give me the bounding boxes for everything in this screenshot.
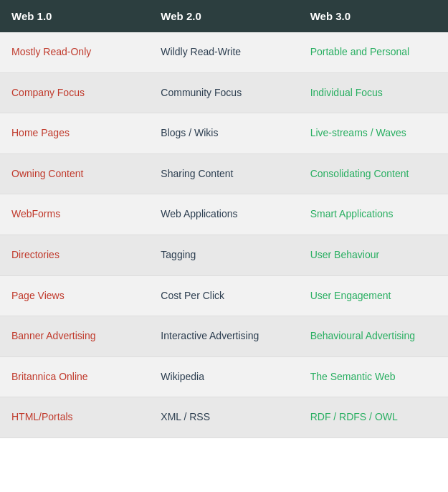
cell-web2: Community Focus: [149, 73, 298, 113]
header-web1: Web 1.0: [0, 0, 149, 32]
cell-web2: Cost Per Click: [149, 276, 298, 316]
table-row: Page ViewsCost Per ClickUser Engagement: [0, 276, 448, 317]
cell-web3: The Semantic Web: [299, 357, 448, 397]
cell-web3: Consolidating Content: [299, 154, 448, 194]
cell-web3: Smart Applications: [299, 194, 448, 235]
cell-web3: User Behaviour: [299, 235, 448, 275]
table-row: WebFormsWeb ApplicationsSmart Applicatio…: [0, 194, 448, 235]
cell-web1: WebForms: [0, 194, 149, 235]
table-row: DirectoriesTaggingUser Behaviour: [0, 235, 448, 276]
cell-web3: Behavioural Advertising: [299, 316, 448, 356]
cell-web1: Britannica Online: [0, 357, 149, 397]
table-row: Company FocusCommunity FocusIndividual F…: [0, 73, 448, 114]
cell-web1: Banner Advertising: [0, 316, 149, 356]
cell-web1: Owning Content: [0, 154, 149, 194]
cell-web2: Sharing Content: [149, 154, 298, 194]
cell-web1: Home Pages: [0, 113, 149, 153]
table-body: Mostly Read-OnlyWildly Read-WritePortabl…: [0, 32, 448, 438]
cell-web3: Live-streams / Waves: [299, 113, 448, 153]
comparison-table: Web 1.0 Web 2.0 Web 3.0 Mostly Read-Only…: [0, 0, 448, 438]
cell-web2: Interactive Advertising: [149, 316, 298, 356]
cell-web3: RDF / RDFS / OWL: [299, 397, 448, 437]
table-header: Web 1.0 Web 2.0 Web 3.0: [0, 0, 448, 32]
cell-web3: Individual Focus: [299, 73, 448, 113]
table-row: Britannica OnlineWikipediaThe Semantic W…: [0, 357, 448, 398]
cell-web1: Company Focus: [0, 73, 149, 113]
cell-web2: Wikipedia: [149, 357, 298, 397]
table-row: Owning ContentSharing ContentConsolidati…: [0, 154, 448, 195]
cell-web1: Directories: [0, 235, 149, 275]
header-web2: Web 2.0: [149, 0, 298, 32]
header-web3: Web 3.0: [299, 0, 448, 32]
cell-web2: Blogs / Wikis: [149, 113, 298, 153]
table-row: Home PagesBlogs / WikisLive-streams / Wa…: [0, 113, 448, 154]
cell-web2: Wildly Read-Write: [149, 32, 298, 72]
cell-web2: Tagging: [149, 235, 298, 275]
cell-web1: Mostly Read-Only: [0, 32, 149, 72]
table-row: Banner AdvertisingInteractive Advertisin…: [0, 316, 448, 357]
cell-web3: User Engagement: [299, 276, 448, 316]
cell-web1: HTML/Portals: [0, 397, 149, 437]
table-row: Mostly Read-OnlyWildly Read-WritePortabl…: [0, 32, 448, 73]
table-row: HTML/PortalsXML / RSSRDF / RDFS / OWL: [0, 397, 448, 438]
cell-web3: Portable and Personal: [299, 32, 448, 72]
cell-web2: Web Applications: [149, 194, 298, 235]
cell-web1: Page Views: [0, 276, 149, 316]
cell-web2: XML / RSS: [149, 397, 298, 437]
